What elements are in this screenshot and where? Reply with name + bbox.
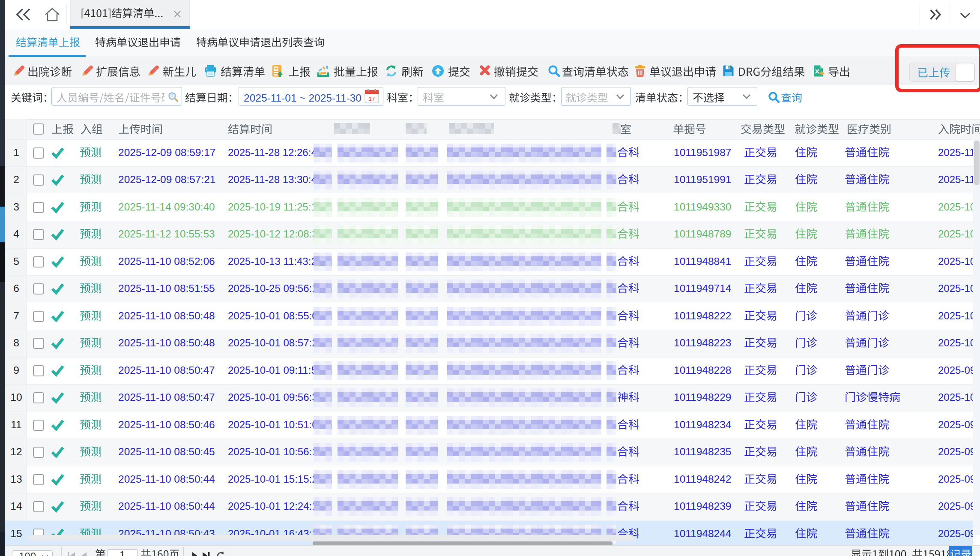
svg-text:17: 17 (369, 96, 375, 102)
